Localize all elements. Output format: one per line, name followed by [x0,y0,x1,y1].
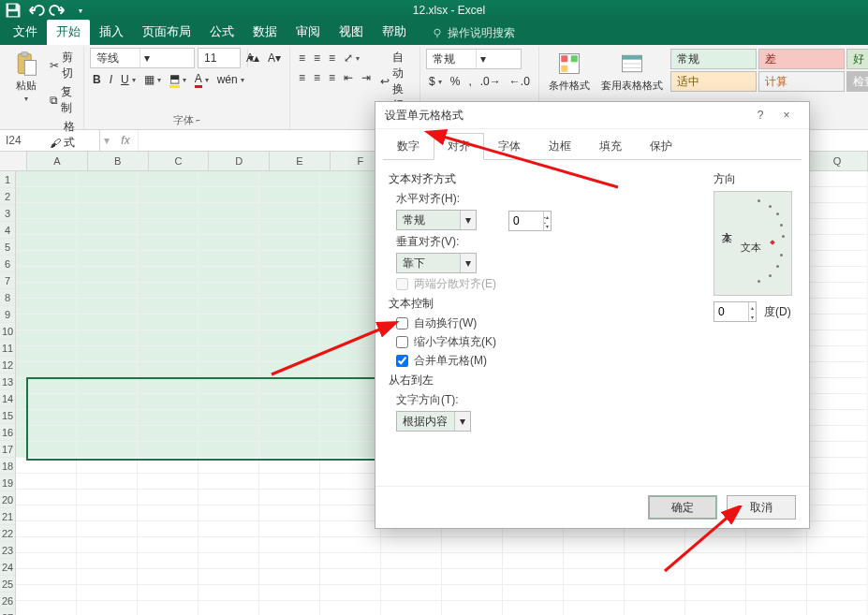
name-box[interactable]: I24 [0,130,100,151]
cell[interactable] [807,219,868,235]
cell[interactable] [16,394,77,410]
cell[interactable] [259,203,320,219]
cell[interactable] [138,378,199,394]
row-header[interactable]: 27 [0,609,16,615]
up-arrow-icon[interactable]: ▴ [544,212,551,221]
dialog-help-button[interactable]: ? [747,102,773,128]
bold-button[interactable]: B [90,72,104,87]
cell[interactable] [138,330,199,346]
cell[interactable] [199,299,259,315]
cell[interactable] [381,569,442,585]
cell[interactable] [77,442,138,458]
percent-button[interactable]: % [448,74,463,89]
decrease-indent-button[interactable]: ⇤ [341,70,356,85]
cell[interactable] [199,442,259,458]
cell[interactable] [259,505,320,521]
cell[interactable] [16,426,77,442]
cell[interactable] [138,171,199,187]
cell[interactable] [16,378,77,394]
dlg-tab-protection[interactable]: 保护 [636,133,686,160]
row-header[interactable]: 13 [0,373,16,390]
cell[interactable] [320,442,381,458]
ok-button[interactable]: 确定 [648,495,717,520]
cell[interactable] [564,553,625,569]
cell-style-good[interactable]: 好 [846,49,868,69]
cell[interactable] [138,267,199,283]
font-size-combo[interactable]: 11▾ [198,48,241,68]
cell[interactable] [807,410,868,426]
dialog-close-button[interactable]: × [773,102,800,128]
cell[interactable] [564,601,625,615]
cell[interactable] [807,585,868,601]
row-header[interactable]: 4 [0,222,16,239]
row-header[interactable]: 3 [0,205,16,222]
cell[interactable] [199,330,259,346]
cell[interactable] [807,315,868,330]
cell[interactable] [807,553,868,569]
cell[interactable] [16,537,77,553]
cell[interactable] [259,426,320,442]
cell[interactable] [77,378,138,394]
cell[interactable] [320,474,381,490]
cell[interactable] [199,458,259,474]
cell[interactable] [320,410,381,426]
cell[interactable] [442,537,503,553]
increase-font-button[interactable]: A▴ [243,51,262,66]
cell[interactable] [199,219,259,235]
cell[interactable] [77,299,138,315]
cell[interactable] [199,187,259,203]
cell[interactable] [77,585,138,601]
cell[interactable] [503,553,564,569]
cell[interactable] [807,346,868,362]
cell[interactable] [625,569,685,585]
cell[interactable] [138,458,199,474]
cell[interactable] [138,490,199,505]
tab-home[interactable]: 开始 [47,20,90,45]
degree-spinner[interactable]: ▴▾ [714,301,757,322]
cell[interactable] [199,362,259,378]
align-right-button[interactable]: ≡ [326,70,338,85]
cell[interactable] [746,537,807,553]
cell[interactable] [320,394,381,410]
cell[interactable] [77,203,138,219]
cell[interactable] [503,601,564,615]
save-icon[interactable] [4,2,22,19]
phonetic-button[interactable]: wén▾ [214,72,247,87]
cell[interactable] [16,601,77,615]
tab-review[interactable]: 审阅 [287,20,330,45]
cell[interactable] [199,171,259,187]
cell[interactable] [259,601,320,615]
cell[interactable] [259,394,320,410]
cell[interactable] [320,315,381,330]
cell[interactable] [77,394,138,410]
cell[interactable] [320,267,381,283]
cell[interactable] [685,569,746,585]
cell[interactable] [16,442,77,458]
cell[interactable] [138,362,199,378]
row-header[interactable]: 7 [0,272,16,289]
cell[interactable] [259,569,320,585]
cell[interactable] [16,219,77,235]
increase-decimal-button[interactable]: .0→ [478,74,504,89]
cell[interactable] [259,251,320,267]
cell[interactable] [138,521,199,537]
qat-dropdown-icon[interactable]: ▾ [71,2,90,19]
cell[interactable] [807,505,868,521]
cell[interactable] [199,315,259,330]
tab-help[interactable]: 帮助 [373,20,416,45]
cell[interactable] [199,553,259,569]
cell-style-check[interactable]: 检查单元 [846,71,868,92]
font-name-combo[interactable]: 等线▾ [90,48,195,68]
cell[interactable] [16,251,77,267]
cell[interactable] [138,474,199,490]
cell[interactable] [807,521,868,537]
cell-style-bad[interactable]: 差 [758,49,845,69]
down-arrow-icon[interactable]: ▾ [749,312,756,321]
dlg-tab-font[interactable]: 字体 [484,133,535,160]
cell[interactable] [807,267,868,283]
cell[interactable] [320,283,381,299]
cell[interactable] [16,330,77,346]
row-header[interactable]: 2 [0,188,16,205]
cell[interactable] [77,362,138,378]
row-header[interactable]: 21 [0,508,16,525]
